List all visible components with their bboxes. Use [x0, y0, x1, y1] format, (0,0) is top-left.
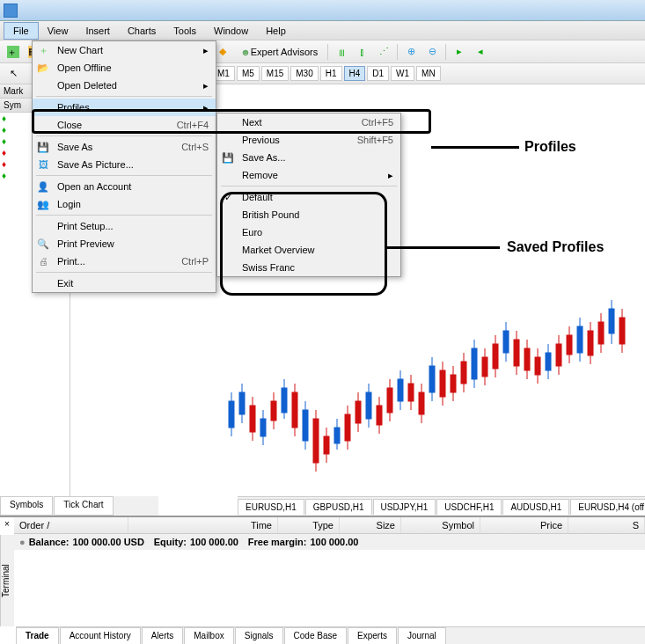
submenu-british-pound[interactable]: British Pound	[217, 206, 400, 223]
tf-m30[interactable]: M30	[290, 66, 318, 81]
menu-tools[interactable]: Tools	[165, 23, 205, 39]
shortcut-label: Ctrl+F4	[159, 120, 209, 130]
arrow-down-icon: ♦	[2, 148, 6, 157]
terminal-tabs: Trade Account History Alerts Mailbox Sig…	[16, 626, 645, 644]
col-order[interactable]: Order /	[14, 517, 128, 533]
menu-bar: File View Insert Charts Tools Window Hel…	[0, 21, 645, 40]
chart-tab[interactable]: USDCHF,H1	[436, 499, 502, 515]
tab-alerts[interactable]: Alerts	[142, 627, 184, 644]
col-time[interactable]: Time	[128, 517, 278, 533]
menu-separator	[221, 186, 397, 187]
chart-tab[interactable]: AUDUSD,H1	[502, 499, 569, 515]
menu-exit[interactable]: Exit	[33, 274, 216, 292]
tab-trade[interactable]: Trade	[16, 627, 59, 644]
submenu-save-as[interactable]: 💾Save As...	[217, 149, 400, 166]
menu-print[interactable]: 🖨Print...Ctrl+P	[33, 252, 216, 270]
arrow-up-icon: ♦	[2, 125, 6, 135]
submenu-euro[interactable]: Euro	[217, 223, 400, 241]
tf-m15[interactable]: M15	[261, 66, 289, 81]
tab-code-base[interactable]: Code Base	[284, 627, 347, 644]
tab-account-history[interactable]: Account History	[60, 627, 141, 644]
tab-symbols[interactable]: Symbols	[0, 496, 53, 516]
menu-view[interactable]: View	[39, 23, 77, 39]
terminal-label: Terminal	[0, 535, 14, 626]
tf-h4[interactable]: H4	[344, 66, 366, 81]
zoom-in-icon[interactable]: ⊕	[401, 43, 421, 61]
tf-d1[interactable]: D1	[367, 66, 389, 81]
menu-file[interactable]: File	[4, 22, 39, 40]
annotation-saved-profiles: Saved Profiles	[507, 239, 604, 255]
arrow-right-icon: ▸	[186, 80, 209, 91]
tab-signals[interactable]: Signals	[235, 627, 283, 644]
col-type[interactable]: Type	[278, 517, 340, 533]
menu-help[interactable]: Help	[257, 23, 295, 39]
candle-chart-icon[interactable]: ⫿	[353, 43, 372, 61]
zoom-out-icon[interactable]: ⊖	[422, 43, 442, 61]
menu-save-as-picture[interactable]: 🖼Save As Picture...	[33, 156, 216, 173]
menu-open-deleted[interactable]: Open Deleted▸	[33, 77, 216, 94]
tab-tick-chart[interactable]: Tick Chart	[54, 496, 113, 516]
shortcut-label: Ctrl+S	[164, 142, 209, 152]
save-icon: 💾	[36, 140, 50, 154]
menu-separator	[36, 272, 212, 273]
tf-mn[interactable]: MN	[416, 66, 441, 81]
print-icon: 🖨	[36, 254, 50, 268]
col-size[interactable]: Size	[340, 517, 401, 533]
separator	[445, 44, 446, 60]
arrow-down-icon: ♦	[2, 159, 6, 169]
submenu-previous[interactable]: PreviousShift+F5	[217, 131, 400, 149]
submenu-market-overview[interactable]: Market Overview	[217, 241, 400, 259]
tf-h1[interactable]: H1	[320, 66, 342, 81]
account-icon: 👤	[36, 179, 50, 194]
menu-save-as[interactable]: 💾Save AsCtrl+S	[33, 138, 216, 156]
menu-print-setup[interactable]: Print Setup...	[33, 217, 216, 235]
shift-icon[interactable]: ◂	[471, 43, 490, 61]
menu-open-account[interactable]: 👤Open an Account	[33, 178, 216, 195]
terminal-close-icon[interactable]: ×	[2, 519, 12, 530]
tab-journal[interactable]: Journal	[398, 627, 446, 644]
col-s[interactable]: S	[568, 517, 645, 533]
menu-new-chart[interactable]: ＋New Chart▸	[33, 41, 216, 59]
chart-tab[interactable]: EURUSD,H4 (off	[570, 499, 645, 515]
new-chart-btn[interactable]: ＋	[4, 43, 23, 61]
tab-experts[interactable]: Experts	[348, 627, 397, 644]
menu-open-offline[interactable]: 📂Open Offline	[33, 59, 216, 77]
separator	[397, 44, 398, 60]
col-symbol[interactable]: Symbol	[401, 517, 480, 533]
menu-close[interactable]: CloseCtrl+F4	[33, 116, 216, 134]
arrow-right-icon: ▸	[186, 45, 209, 56]
submenu-next[interactable]: NextCtrl+F5	[217, 113, 400, 131]
menu-profiles[interactable]: Profiles▸	[33, 99, 216, 116]
shortcut-label: Ctrl+P	[164, 256, 209, 267]
chart-tab[interactable]: EURUSD,H1	[238, 499, 304, 515]
submenu-swiss-franc[interactable]: Swiss Franc	[217, 259, 400, 276]
menu-login[interactable]: 👥Login	[33, 195, 216, 213]
line-chart-icon[interactable]: ⋰	[374, 43, 393, 61]
tf-w1[interactable]: W1	[391, 66, 414, 81]
login-icon: 👥	[36, 197, 50, 211]
tf-m5[interactable]: M5	[237, 66, 260, 81]
tab-mailbox[interactable]: Mailbox	[184, 627, 233, 644]
shortcut-label: Shift+F5	[340, 135, 393, 145]
menu-window[interactable]: Window	[205, 23, 257, 39]
menu-print-preview[interactable]: 🔍Print Preview	[33, 235, 216, 252]
chart-tab[interactable]: USDJPY,H1	[373, 499, 436, 515]
expert-advisors-btn[interactable]: ☻ Expert Advisors	[234, 43, 324, 61]
app-icon	[4, 4, 18, 18]
chart-tab[interactable]: GBPUSD,H1	[305, 499, 372, 515]
file-menu-dropdown: ＋New Chart▸ 📂Open Offline Open Deleted▸ …	[32, 40, 216, 293]
arrow-right-icon: ▸	[370, 170, 393, 181]
bar-chart-icon[interactable]: ⫼	[332, 43, 351, 61]
annotation-arrow	[431, 146, 519, 149]
submenu-default[interactable]: ✓Default	[217, 188, 400, 206]
menu-charts[interactable]: Charts	[119, 23, 165, 39]
save-icon: 💾	[221, 150, 235, 165]
submenu-remove[interactable]: Remove▸	[217, 166, 400, 184]
menu-insert[interactable]: Insert	[77, 23, 119, 39]
cursor-icon[interactable]: ↖	[4, 65, 23, 83]
auto-scroll-icon[interactable]: ▸	[450, 43, 469, 61]
annotation-arrow	[387, 246, 500, 249]
col-price[interactable]: Price	[480, 517, 568, 533]
arrow-up-icon: ♦	[2, 113, 6, 123]
shortcut-label: Ctrl+F5	[344, 117, 393, 128]
